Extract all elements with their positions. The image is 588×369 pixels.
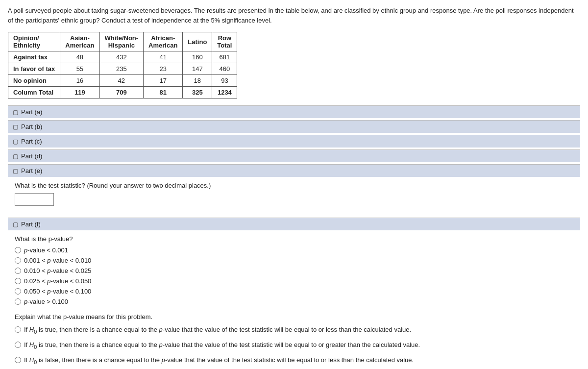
table-cell-r1-c4: 147 — [183, 63, 212, 75]
pvalue-option-5: 0.050 < p-value < 0.100 — [15, 288, 573, 295]
table-cell-r1-c3: 23 — [144, 63, 183, 75]
part-b-header[interactable]: ▢ Part (b) — [8, 120, 580, 133]
explain-radio-2[interactable] — [15, 342, 21, 348]
part-d-header[interactable]: ▢ Part (d) — [8, 149, 580, 162]
pvalue-radio-6[interactable] — [15, 298, 21, 305]
part-d-toggle-icon: ▢ — [13, 153, 18, 160]
table-cell-r1-c2: 235 — [99, 63, 144, 75]
explain-question: Explain what the p-value means for this … — [15, 313, 573, 320]
pvalue-option-3: 0.010 < p-value < 0.025 — [15, 267, 573, 274]
table-cell-r1-c0: In favor of tax — [8, 63, 60, 75]
part-e-section: ▢ Part (e) What is the test statistic? (… — [8, 164, 580, 216]
table-cell-r3-c1: 119 — [60, 87, 99, 98]
part-b-section: ▢ Part (b) — [8, 120, 580, 133]
part-e-toggle-icon: ▢ — [13, 168, 18, 174]
table-cell-r0-c4: 160 — [183, 51, 212, 63]
part-c-label: Part (c) — [21, 138, 42, 145]
explain-label-1: If H0 is true, then there is a chance eq… — [24, 325, 411, 336]
table-cell-r1-c1: 55 — [60, 63, 99, 75]
part-e-question: What is the test statistic? (Round your … — [15, 182, 573, 189]
table-row: In favor of tax5523523147460 — [8, 63, 237, 75]
table-cell-r0-c3: 41 — [144, 51, 183, 63]
explain-option-2: If H0 is true, then there is a chance eq… — [15, 341, 573, 351]
pvalue-label-6: p-value > 0.100 — [24, 298, 68, 305]
intro-paragraph: A poll surveyed people about taxing suga… — [8, 6, 580, 25]
table-cell-r3-c4: 325 — [183, 87, 212, 98]
table-row: No opinion1642171893 — [8, 75, 237, 87]
table-cell-r3-c5: 1234 — [212, 87, 237, 98]
pvalue-question: What is the p-value? — [15, 235, 573, 243]
explain-label-2: If H0 is true, then there is a chance eq… — [24, 341, 420, 351]
data-table: Opinion/Ethnicity Asian-American White/N… — [8, 32, 237, 98]
pvalue-label-4: 0.025 < p-value < 0.050 — [24, 277, 91, 285]
table-cell-r0-c5: 681 — [212, 51, 237, 63]
explain-radio-1[interactable] — [15, 326, 21, 333]
part-f-header[interactable]: ▢ Part (f) — [8, 218, 580, 230]
part-c-header[interactable]: ▢ Part (c) — [8, 135, 580, 148]
table-cell-r0-c0: Against tax — [8, 51, 60, 63]
pvalue-section: What is the p-value? p-value < 0.001 0.0… — [15, 235, 573, 305]
pvalue-radio-2[interactable] — [15, 257, 21, 264]
col-header-latino: Latino — [183, 32, 212, 51]
table-cell-r2-c3: 17 — [144, 75, 183, 87]
table-cell-r2-c0: No opinion — [8, 75, 60, 87]
table-cell-r3-c3: 81 — [144, 87, 183, 98]
explain-option-1: If H0 is true, then there is a chance eq… — [15, 325, 573, 336]
part-f-label: Part (f) — [21, 221, 41, 228]
part-e-header[interactable]: ▢ Part (e) — [8, 164, 580, 177]
part-c-toggle-icon: ▢ — [13, 138, 18, 145]
pvalue-radio-1[interactable] — [15, 247, 21, 253]
table-cell-r2-c5: 93 — [212, 75, 237, 87]
table-cell-r2-c2: 42 — [99, 75, 144, 87]
part-b-label: Part (b) — [21, 123, 42, 130]
table-cell-r1-c5: 460 — [212, 63, 237, 75]
pvalue-option-1: p-value < 0.001 — [15, 246, 573, 254]
pvalue-radio-3[interactable] — [15, 268, 21, 274]
explain-radio-3[interactable] — [15, 357, 21, 363]
pvalue-label-5: 0.050 < p-value < 0.100 — [24, 288, 91, 295]
col-header-opinion: Opinion/Ethnicity — [8, 32, 60, 51]
pvalue-option-2: 0.001 < p-value < 0.010 — [15, 257, 573, 264]
col-header-white: White/Non-Hispanic — [99, 32, 144, 51]
part-a-header[interactable]: ▢ Part (a) — [8, 105, 580, 118]
pvalue-option-6: p-value > 0.100 — [15, 298, 573, 305]
table-cell-r3-c0: Column Total — [8, 87, 60, 98]
table-row: Column Total119709813251234 — [8, 87, 237, 98]
part-d-section: ▢ Part (d) — [8, 149, 580, 162]
part-c-section: ▢ Part (c) — [8, 135, 580, 148]
table-cell-r3-c2: 709 — [99, 87, 144, 98]
part-e-label: Part (e) — [21, 167, 42, 174]
part-f-content: What is the p-value? p-value < 0.001 0.0… — [8, 230, 580, 369]
part-a-section: ▢ Part (a) — [8, 105, 580, 118]
pvalue-label-2: 0.001 < p-value < 0.010 — [24, 257, 91, 264]
table-cell-r0-c1: 48 — [60, 51, 99, 63]
col-header-african: African-American — [144, 32, 183, 51]
pvalue-radio-4[interactable] — [15, 278, 21, 284]
explain-label-3: If H0 is false, then there is a chance e… — [24, 356, 414, 366]
pvalue-option-4: 0.025 < p-value < 0.050 — [15, 277, 573, 285]
pvalue-label-3: 0.010 < p-value < 0.025 — [24, 267, 91, 274]
part-e-content: What is the test statistic? (Round your … — [8, 177, 580, 216]
table-cell-r2-c4: 18 — [183, 75, 212, 87]
part-f-section: ▢ Part (f) What is the p-value? p-value … — [8, 218, 580, 369]
part-a-label: Part (a) — [21, 108, 42, 116]
test-statistic-input[interactable] — [15, 193, 54, 206]
table-cell-r0-c2: 432 — [99, 51, 144, 63]
table-row: Against tax4843241160681 — [8, 51, 237, 63]
col-header-row-total: RowTotal — [212, 32, 237, 51]
part-b-toggle-icon: ▢ — [13, 123, 18, 130]
explain-option-3: If H0 is false, then there is a chance e… — [15, 356, 573, 366]
explain-section: Explain what the p-value means for this … — [15, 313, 573, 369]
pvalue-radio-5[interactable] — [15, 288, 21, 295]
col-header-asian: Asian-American — [60, 32, 99, 51]
part-f-toggle-icon: ▢ — [13, 221, 18, 228]
table-cell-r2-c1: 16 — [60, 75, 99, 87]
pvalue-label-1: p-value < 0.001 — [24, 246, 68, 254]
part-a-toggle-icon: ▢ — [13, 109, 18, 116]
part-d-label: Part (d) — [21, 152, 42, 160]
